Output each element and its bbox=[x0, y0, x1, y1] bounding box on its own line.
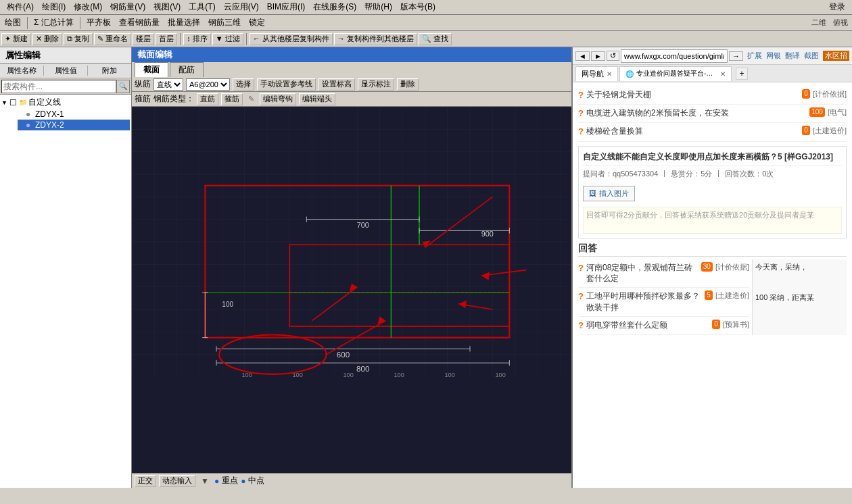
btn-edit-hook[interactable]: 编辑弯钩 bbox=[260, 93, 296, 105]
insert-image-icon: 🖼 bbox=[589, 189, 596, 197]
btn-new-tab[interactable]: + bbox=[736, 68, 748, 80]
menu-item-version[interactable]: 版本号(B) bbox=[396, 1, 440, 13]
btn-edit-end[interactable]: 编辑端头 bbox=[299, 93, 335, 105]
cad-canvas[interactable]: 600 700 800 900 100 bbox=[132, 107, 571, 473]
btn-check-rebar[interactable]: 查看钢筋量 bbox=[116, 16, 163, 30]
search-button[interactable]: 🔍 bbox=[116, 80, 130, 93]
btn-lock[interactable]: 锁定 bbox=[245, 16, 268, 30]
line-type-select[interactable]: 直线 bbox=[153, 78, 183, 91]
tree-item-zdyx1[interactable]: ● ZDYX-1 bbox=[18, 109, 130, 120]
ans-icon-1: ? bbox=[578, 262, 584, 274]
btn-flatboard[interactable]: 平齐板 bbox=[83, 16, 114, 30]
tab-qa-label: 专业造价问题答疑平台-广联达！ bbox=[636, 69, 717, 78]
menu-item-draw[interactable]: 绘图(I) bbox=[38, 1, 70, 13]
menu-item-bim[interactable]: BIM应用(I) bbox=[263, 1, 310, 13]
left-panel: 属性编辑 属性名称 属性值 附加 🔍 ▼ ☐ 📁 自定义线 ● bbox=[0, 47, 132, 488]
btn-back[interactable]: ◄ bbox=[575, 51, 590, 61]
toolbar2: ✦ 新建 ✕ 删除 ⧉ 复制 ✎ 重命名 楼层 首层 ↕ 排序 ▼ 过滤 ← 从… bbox=[0, 31, 852, 47]
btn-delete-rebar[interactable]: 删除 bbox=[397, 78, 419, 91]
browser-nav-screenshot[interactable]: 截图 bbox=[804, 51, 819, 61]
btn-sum[interactable]: Σ 汇总计算 bbox=[30, 16, 77, 30]
ans-text-1[interactable]: 河南08定额中，景观铺荷兰砖套什么定 bbox=[586, 262, 699, 285]
toolbar1: 绘图 Σ 汇总计算 平齐板 查看钢筋量 批量选择 钢筋三维 锁定 二维 俯视 bbox=[0, 15, 852, 31]
browser-nav-translate[interactable]: 翻译 bbox=[785, 51, 800, 61]
menu-item-tools[interactable]: 工具(T) bbox=[185, 1, 219, 13]
ans-text-2[interactable]: 工地平时用哪种预拌砂浆最多？散装干拌 bbox=[586, 291, 702, 313]
sidebar-text-2: 100 采纳，距离某 bbox=[755, 293, 844, 303]
btn-copy-from[interactable]: ← 从其他楼层复制构件 bbox=[250, 33, 333, 45]
btn-forward[interactable]: ► bbox=[591, 51, 605, 61]
btn-dynamic-input[interactable]: 动态输入 bbox=[159, 475, 195, 487]
btn-batch-select[interactable]: 批量选择 bbox=[164, 16, 204, 30]
btn-select[interactable]: 选择 bbox=[233, 78, 254, 91]
sep2 bbox=[80, 17, 80, 29]
attr-panel-header: 属性编辑 bbox=[0, 47, 131, 64]
tab-section[interactable]: 截面 bbox=[135, 62, 168, 77]
water-bid-label[interactable]: 水区招 bbox=[823, 51, 849, 61]
menu-item-online[interactable]: 在线服务(S) bbox=[309, 1, 360, 13]
answer-input[interactable]: 回答即可得2分贡献分，回答被采纳获系统赠送20贡献分及提问者是某 bbox=[583, 207, 842, 234]
browser-tab-qa[interactable]: 🌐 专业造价问题答疑平台-广联达！ ✕ bbox=[619, 66, 732, 81]
prop-tab-value[interactable]: 属性值 bbox=[44, 66, 88, 76]
prop-tab-extra[interactable]: 附加 bbox=[88, 66, 131, 76]
menu-item-rebar[interactable]: 钢筋量(V) bbox=[106, 1, 149, 13]
browser-nav-expand[interactable]: 扩展 bbox=[747, 51, 762, 61]
btn-delete[interactable]: ✕ 删除 bbox=[32, 33, 62, 45]
tree-item-zdyx2[interactable]: ● ZDYX-2 bbox=[18, 120, 130, 130]
btn-show-mark[interactable]: 显示标注 bbox=[358, 78, 394, 91]
browser-nav-netbank[interactable]: 网银 bbox=[766, 51, 781, 61]
rebar-spec-select[interactable]: A6@200 bbox=[186, 78, 230, 91]
btn-straight-rebar[interactable]: 直筋 bbox=[197, 93, 218, 105]
tab-nav-close[interactable]: ✕ bbox=[607, 70, 612, 78]
tree-root[interactable]: ▼ ☐ 📁 自定义线 bbox=[1, 96, 130, 109]
btn-ortho[interactable]: 正交 bbox=[135, 475, 156, 487]
insert-image-area: 🖼 插入图片 bbox=[583, 183, 842, 204]
ans-icon-3: ? bbox=[578, 320, 584, 332]
search-input[interactable] bbox=[1, 80, 116, 93]
tab-qa-icon: 🌐 bbox=[625, 70, 634, 78]
view-mode-look[interactable]: 俯视 bbox=[830, 18, 851, 28]
question-title[interactable]: 自定义线能不能自定义长度即使用点加长度来画横筋？5 [样GGJ2013] bbox=[583, 151, 842, 163]
right-sidebar: 今天离，采纳， 100 采纳，距离某 bbox=[752, 259, 847, 335]
btn-first-floor[interactable]: 首层 bbox=[156, 33, 177, 45]
menu-item-modify[interactable]: 修改(M) bbox=[70, 1, 106, 13]
btn-find[interactable]: 🔍 查找 bbox=[419, 33, 452, 45]
btn-refresh[interactable]: ↺ bbox=[607, 51, 619, 61]
btn-copy[interactable]: ⧉ 复制 bbox=[64, 33, 93, 45]
tab-rebar[interactable]: 配筋 bbox=[170, 62, 204, 77]
qa-text-3[interactable]: 楼梯砼含量换算 bbox=[586, 126, 799, 137]
btn-new[interactable]: ✦ 新建 bbox=[1, 33, 31, 45]
btn-draw[interactable]: 绘图 bbox=[1, 16, 24, 30]
menu-item-view[interactable]: 视图(V) bbox=[149, 1, 185, 13]
btn-floor[interactable]: 楼层 bbox=[133, 33, 154, 45]
tab-qa-close[interactable]: ✕ bbox=[720, 70, 726, 78]
btn-set-elevation[interactable]: 设置标高 bbox=[318, 78, 355, 91]
btn-manual-ref[interactable]: 手动设置参考线 bbox=[257, 78, 316, 91]
sidebar-text-1: 今天离，采纳， bbox=[755, 262, 844, 272]
btn-tie-rebar[interactable]: 箍筋 bbox=[221, 93, 243, 105]
qa-text-1[interactable]: 关于轻钢龙骨天棚 bbox=[586, 89, 799, 101]
browser-tab-nav[interactable]: 网导航 ✕ bbox=[575, 66, 618, 81]
address-bar-input[interactable] bbox=[621, 49, 728, 63]
tree-checkbox-1[interactable]: ● bbox=[26, 109, 35, 119]
menu-item-component[interactable]: 构件(A) bbox=[3, 1, 38, 13]
btn-sort[interactable]: ↕ 排序 bbox=[183, 33, 211, 45]
btn-rename[interactable]: ✎ 重命名 bbox=[94, 33, 131, 45]
btn-copy-to[interactable]: → 复制构件到其他楼层 bbox=[334, 33, 417, 45]
tree-checkbox-2[interactable]: ● bbox=[26, 120, 35, 130]
browser-content[interactable]: ? 关于轻钢龙骨天棚 0 [计价依据] ? 电缆进入建筑物的2米预留长度，在安装… bbox=[573, 82, 852, 488]
ans-text-3[interactable]: 弱电穿带丝套什么定额 bbox=[586, 320, 709, 331]
menu-item-login[interactable]: 登录 bbox=[825, 1, 849, 13]
btn-go[interactable]: → bbox=[729, 51, 743, 61]
menu-item-help[interactable]: 帮助(H) bbox=[360, 1, 396, 13]
prop-tab-name[interactable]: 属性名称 bbox=[0, 66, 44, 76]
tree-checkbox[interactable]: ☐ bbox=[9, 98, 19, 107]
btn-insert-image[interactable]: 🖼 插入图片 bbox=[583, 186, 635, 201]
view-mode-2d[interactable]: 二维 bbox=[809, 18, 829, 28]
btn-filter[interactable]: ▼ 过滤 bbox=[212, 33, 243, 45]
qa-text-2[interactable]: 电缆进入建筑物的2米预留长度，在安装 bbox=[586, 107, 807, 119]
btn-rebar3d[interactable]: 钢筋三维 bbox=[205, 16, 244, 30]
edit-hook-icon: ✎ bbox=[248, 95, 254, 103]
menu-item-cloud[interactable]: 云应用(V) bbox=[220, 1, 263, 13]
tree-area[interactable]: ▼ ☐ 📁 自定义线 ● ZDYX-1 ● ZDYX-2 bbox=[0, 95, 131, 488]
